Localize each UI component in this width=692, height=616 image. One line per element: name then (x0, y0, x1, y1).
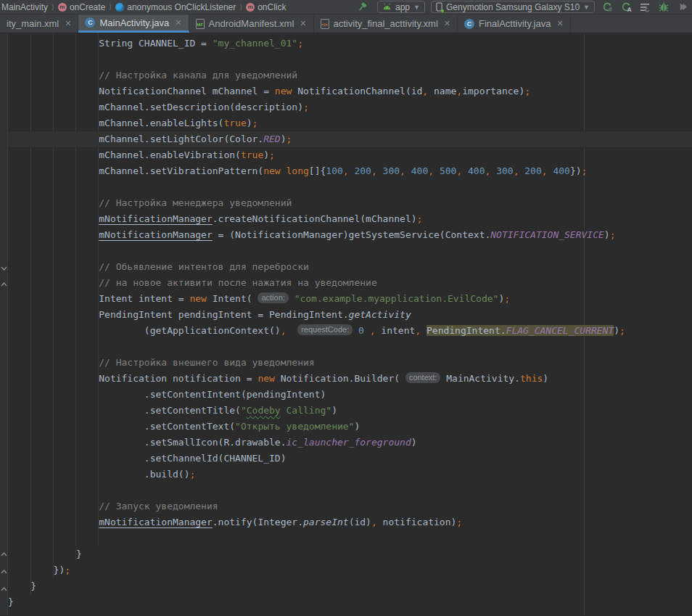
fold-marker-icon[interactable] (1, 564, 7, 571)
code-line[interactable] (8, 482, 692, 498)
editor-gutter (0, 33, 8, 615)
code-line[interactable]: // Запуск уведомления (8, 498, 692, 514)
apply-code-changes-icon[interactable]: A (619, 1, 633, 13)
code-line[interactable]: mChannel.setDescription(description); (8, 99, 692, 115)
code-line[interactable]: // Настройка канала для уведомлений (8, 67, 692, 83)
code-line[interactable] (8, 179, 692, 195)
tab-label: AndroidManifest.xml (209, 18, 294, 29)
breadcrumb-oncreate[interactable]: m onCreate (58, 2, 105, 12)
code-line[interactable]: .setContentTitle("Codeby Calling") (8, 403, 692, 419)
code-line[interactable]: mNotificationManager.notify(Integer.pars… (8, 514, 692, 530)
xml-file-icon: </> (321, 19, 329, 29)
code-line[interactable]: }); (8, 562, 692, 578)
code-line[interactable]: mNotificationManager = (NotificationMana… (8, 227, 692, 243)
tab-activity-final-acttivity-xml[interactable]: </> activity_final_acttivity.xml ✕ (314, 15, 458, 33)
code-line[interactable]: mChannel.setVibrationPattern(new long[]{… (8, 163, 692, 179)
chevron-down-icon: ▼ (583, 4, 590, 11)
profiler-icon[interactable] (638, 1, 651, 13)
code-line[interactable]: } (8, 594, 692, 610)
close-icon[interactable]: ✕ (442, 19, 450, 28)
code-lines: String CHANNEL_ID = "my_channel_01"; // … (8, 36, 692, 610)
code-line[interactable]: .setContentIntent(pendingIntent) (8, 387, 692, 403)
code-line[interactable]: mChannel.enableLights(true); (8, 115, 692, 131)
code-editor[interactable]: String CHANNEL_ID = "my_channel_01"; // … (0, 33, 692, 615)
module-selector[interactable]: app ▼ (377, 1, 425, 13)
code-line[interactable]: // Настройка менеджера уведомлений (8, 195, 692, 211)
build-hammer-icon[interactable] (355, 1, 368, 13)
tab-finalacttivity-java[interactable]: C FinalActtivity.java ✕ (458, 15, 571, 33)
code-line[interactable]: (getApplicationContext(), requestCode: 0… (8, 323, 692, 339)
fold-marker-icon[interactable] (1, 277, 7, 284)
apply-changes-icon[interactable] (601, 1, 614, 13)
manifest-file-icon: MF (196, 19, 205, 29)
code-line[interactable]: mChannel.enableVibration(true); (8, 147, 692, 163)
tab-activity-main-xml[interactable]: ity_main.xml ✕ (0, 15, 78, 33)
breadcrumb-onclick[interactable]: m onClick (246, 2, 286, 12)
code-line[interactable]: String CHANNEL_ID = "my_channel_01"; (8, 36, 692, 52)
main-toolbar: MainActivity ⟩ m onCreate ⟩ anonymous On… (0, 0, 692, 15)
chevron-down-icon: ▼ (413, 4, 420, 11)
code-line[interactable]: mNotificationManager.createNotificationC… (8, 211, 692, 227)
breadcrumb-mainactivity[interactable]: MainActivity (1, 2, 48, 12)
close-icon[interactable]: ✕ (173, 18, 181, 28)
svg-text:A: A (627, 7, 631, 12)
code-line[interactable] (8, 339, 692, 355)
tab-mainactivity-java[interactable]: C MainActivity.java ✕ (78, 15, 189, 33)
debug-icon[interactable] (657, 1, 670, 13)
code-area[interactable]: String CHANNEL_ID = "my_channel_01"; // … (8, 33, 692, 615)
anonymous-class-icon (115, 3, 124, 12)
code-line[interactable]: .setChannelId(CHANNEL_ID) (8, 451, 692, 467)
close-icon[interactable]: ✕ (298, 19, 306, 28)
device-phone-icon (436, 2, 442, 12)
tab-label: ity_main.xml (7, 18, 59, 29)
code-line[interactable]: // на новое активити после нажатия на ув… (8, 275, 692, 291)
code-line[interactable]: .build(); (8, 467, 692, 482)
breadcrumb: MainActivity ⟩ m onCreate ⟩ anonymous On… (1, 2, 355, 12)
java-class-icon: C (464, 19, 474, 29)
code-line[interactable]: // Обьявление интентов для переброски (8, 259, 692, 275)
fold-marker-icon[interactable] (1, 261, 7, 268)
module-selector-label: app (395, 2, 410, 12)
breadcrumb-label: MainActivity (1, 2, 48, 12)
breadcrumb-label: anonymous OnClickListener (127, 2, 236, 12)
code-line[interactable]: Notification notification = new Notifica… (8, 371, 692, 387)
code-line[interactable] (8, 243, 692, 259)
code-line[interactable]: } (8, 546, 692, 562)
method-icon: m (58, 3, 67, 12)
tab-androidmanifest-xml[interactable]: MF AndroidManifest.xml ✕ (189, 15, 314, 33)
device-selector-label: Genymotion Samsung Galaxy S10 (446, 2, 580, 12)
attach-debugger-icon[interactable] (676, 1, 689, 13)
java-class-icon: C (85, 17, 95, 28)
code-line[interactable] (8, 530, 692, 546)
close-icon[interactable]: ✕ (555, 19, 563, 28)
run-toolbar: app ▼ Genymotion Samsung Galaxy S10 ▼ A (355, 1, 689, 13)
code-line[interactable]: NotificationChannel mChannel = new Notif… (8, 83, 692, 99)
tab-label: FinalActtivity.java (479, 18, 551, 29)
breadcrumb-separator: ⟩ (51, 3, 55, 11)
code-line[interactable]: Intent intent = new Intent( action: "com… (8, 291, 692, 307)
code-line[interactable]: } (8, 578, 692, 594)
fold-marker-icon[interactable] (1, 582, 7, 588)
breadcrumb-separator: ⟩ (239, 3, 243, 11)
code-line[interactable]: // Настройка внешнего вида уведомления (8, 355, 692, 371)
breadcrumb-anonymous-onclicklistener[interactable]: anonymous OnClickListener (115, 2, 236, 12)
close-icon[interactable]: ✕ (63, 19, 71, 28)
code-line[interactable]: .setContentText("Открыть уведомление") (8, 419, 692, 435)
breadcrumb-separator: ⟩ (108, 3, 112, 11)
code-line[interactable]: .setSmallIcon(R.drawable.ic_launcher_for… (8, 435, 692, 451)
code-line[interactable]: mChannel.setLightColor(Color.RED); (8, 131, 692, 147)
breadcrumb-label: onClick (258, 2, 286, 12)
code-line[interactable] (8, 52, 692, 67)
tab-label: activity_final_acttivity.xml (334, 18, 438, 29)
device-selector[interactable]: Genymotion Samsung Galaxy S10 ▼ (431, 1, 595, 13)
android-icon (382, 2, 392, 12)
tab-label: MainActivity.java (99, 17, 169, 28)
editor-tab-bar: ity_main.xml ✕ C MainActivity.java ✕ MF … (0, 15, 692, 33)
fold-marker-icon[interactable] (1, 547, 7, 554)
breadcrumb-label: onCreate (70, 2, 105, 12)
method-icon: m (246, 3, 255, 12)
code-line[interactable]: PendingIntent pendingIntent = PendingInt… (8, 307, 692, 323)
